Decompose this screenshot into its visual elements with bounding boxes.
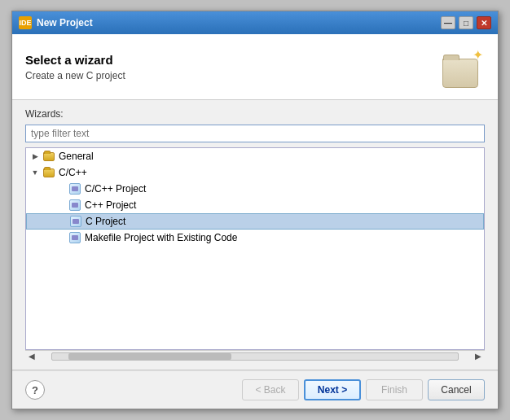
expand-arrow-c-project [56,216,68,227]
title-bar: IDE New Project — □ ✕ [12,11,498,34]
filter-input[interactable] [25,125,485,142]
wizard-icon-c-project [69,215,82,228]
tree-label-cpp: C/C++ [59,167,87,178]
tree-label-general: General [59,151,94,162]
dialog-content: Select a wizard Create a new C project ✦… [12,34,498,409]
tree-label-cxx-project: C++ Project [85,199,136,211]
scroll-left-arrow[interactable]: ◀ [25,352,38,361]
tree-item-cpp-group[interactable]: ▼ C/C++ [26,164,484,181]
dialog-footer: ? < Back Next > Finish Cancel [12,370,498,409]
app-icon: IDE [19,16,32,29]
tree-item-general[interactable]: ▶ General [26,148,484,164]
scroll-right-arrow[interactable]: ▶ [472,352,485,361]
tree-item-cpp-project[interactable]: C/C++ Project [26,181,484,197]
help-button[interactable]: ? [25,380,45,400]
back-button[interactable]: < Back [242,379,299,400]
expand-arrow-general: ▶ [29,151,41,162]
new-project-dialog: IDE New Project — □ ✕ Select a wizard Cr… [11,11,499,409]
tree-item-cxx-project[interactable]: C++ Project [26,197,484,213]
window-title: New Project [37,17,441,28]
close-button[interactable]: ✕ [477,16,491,29]
window-controls: — □ ✕ [441,16,491,29]
wizard-icon-makefile [68,231,81,244]
folder-icon-general [42,150,55,163]
expand-arrow-cpp: ▼ [29,167,41,178]
h-scroll-track [51,352,459,361]
cancel-button[interactable]: Cancel [428,379,485,400]
header-text: Select a wizard Create a new C project [25,53,125,81]
expand-arrow-cpp-project [55,183,67,195]
wizard-icon: ✦ [442,46,485,88]
tree-item-makefile-project[interactable]: Makefile Project with Existing Code [26,230,484,246]
tree-label-makefile: Makefile Project with Existing Code [85,232,237,243]
horizontal-scrollbar[interactable]: ◀ ▶ [25,350,485,361]
folder-icon [442,59,478,88]
expand-arrow-cxx-project [55,199,67,211]
wizard-title: Select a wizard [25,53,125,67]
wizard-subtitle: Create a new C project [25,70,125,81]
expand-arrow-makefile [55,232,67,243]
wizards-label: Wizards: [25,108,485,120]
maximize-button[interactable]: □ [459,16,473,29]
wizard-header: Select a wizard Create a new C project ✦ [12,34,498,100]
next-button[interactable]: Next > [304,379,361,400]
wizard-icon-cpp-project [68,182,81,195]
finish-button[interactable]: Finish [366,379,423,400]
tree-inner: ▶ General ▼ C/C++ [26,148,484,246]
h-scroll-thumb[interactable] [68,353,231,360]
star-icon: ✦ [473,47,483,63]
folder-icon-cpp [42,166,55,179]
tree-label-c-project: C Project [86,216,125,227]
wizard-icon-cxx-project [68,199,81,212]
action-buttons: < Back Next > Finish Cancel [242,379,485,400]
minimize-button[interactable]: — [441,16,455,29]
tree-label-cpp-project: C/C++ Project [85,183,146,195]
wizard-main: Wizards: ▶ General ▼ [12,100,498,370]
tree-item-c-project[interactable]: C Project [26,213,484,230]
wizard-tree[interactable]: ▶ General ▼ C/C++ [25,147,485,350]
